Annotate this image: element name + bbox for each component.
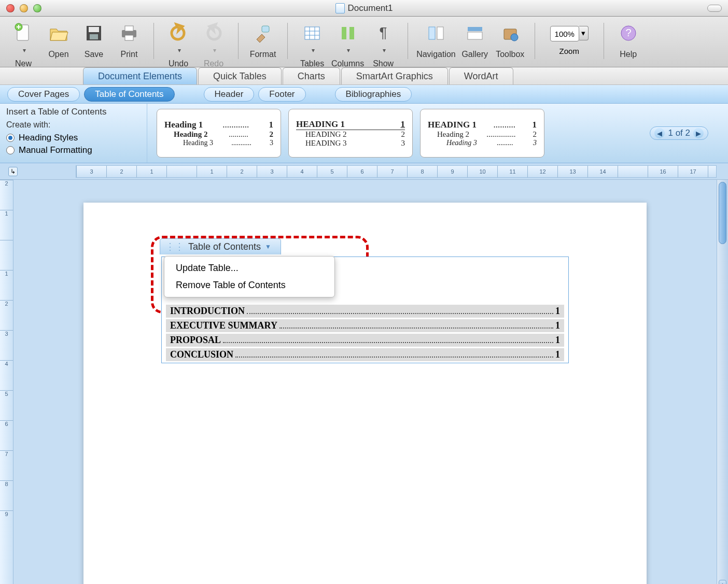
toc-entry[interactable]: EXECUTIVE SUMMARY1 xyxy=(166,319,564,332)
pill-header[interactable]: Header xyxy=(204,87,255,102)
new-button[interactable]: New xyxy=(7,21,39,68)
toc-entry[interactable]: CONCLUSION1 xyxy=(166,348,564,361)
toc-tab-label: Table of Contents xyxy=(188,241,261,252)
document-area: 21123456789 ⋮⋮ Table of Contents ▼ Updat… xyxy=(0,180,728,584)
pill-table-of-contents[interactable]: Table of Contents xyxy=(84,87,174,102)
save-button[interactable]: Save xyxy=(78,21,110,59)
horizontal-ruler-row: ↳ 3211234567891011121314161718 xyxy=(0,163,728,180)
tables-dropdown-icon[interactable] xyxy=(307,47,317,54)
svg-rect-15 xyxy=(468,27,482,31)
svg-rect-11 xyxy=(349,27,354,39)
toolbar-separator xyxy=(535,23,535,59)
tab-smartart[interactable]: SmartArt Graphics xyxy=(341,67,448,84)
window-titlebar: Document1 xyxy=(0,0,728,17)
window-title: Document1 xyxy=(0,3,728,13)
redo-dropdown-icon[interactable] xyxy=(209,47,218,54)
svg-rect-4 xyxy=(90,34,98,39)
pill-bibliographies[interactable]: Bibliographies xyxy=(335,87,412,102)
help-label: Help xyxy=(620,50,637,59)
document-title: Document1 xyxy=(348,3,393,13)
svg-rect-8 xyxy=(262,26,269,32)
svg-rect-9 xyxy=(305,27,319,39)
tab-selector-button[interactable]: ↳ xyxy=(8,167,18,176)
svg-rect-14 xyxy=(437,27,443,39)
toc-field-handle[interactable]: ⋮⋮ Table of Contents ▼ xyxy=(160,238,281,254)
tab-quick-tables[interactable]: Quick Tables xyxy=(198,67,282,84)
horizontal-ruler[interactable]: 3211234567891011121314161718 xyxy=(76,165,717,178)
columns-button[interactable]: Columns xyxy=(331,21,364,68)
gallery-button[interactable]: Gallery xyxy=(459,21,491,59)
undo-button[interactable]: Undo xyxy=(162,21,194,68)
radio-manual-formatting[interactable]: Manual Formatting xyxy=(6,145,141,155)
menu-remove-toc[interactable]: Remove Table of Contents xyxy=(164,277,334,294)
toolbox-label: Toolbox xyxy=(496,50,524,59)
gallery-panel: Insert a Table of Contents Create with: … xyxy=(0,104,728,163)
svg-text:?: ? xyxy=(625,27,631,38)
zoom-value: 100% xyxy=(555,30,575,38)
toc-dropdown-menu: Update Table... Remove Table of Contents xyxy=(164,256,335,297)
format-button[interactable]: Format xyxy=(247,21,279,59)
vertical-ruler[interactable]: 21123456789 xyxy=(0,180,13,584)
gallery-pager: ◀ 1 of 2 ▶ xyxy=(650,126,708,140)
pager-prev-icon[interactable]: ◀ xyxy=(654,128,665,138)
zoom-dropdown-icon[interactable]: ▾ xyxy=(579,26,589,40)
redo-button[interactable]: Redo xyxy=(198,21,230,68)
toc-entry[interactable]: PROPOSAL1 xyxy=(166,334,564,347)
toc-field[interactable]: ⋮⋮ Table of Contents ▼ Update Table... R… xyxy=(161,257,569,363)
tab-wordart[interactable]: WordArt xyxy=(449,67,513,84)
standard-toolbar: New Open Save Print Undo Redo Format Tab… xyxy=(0,17,728,67)
insert-toc-title: Insert a Table of Contents xyxy=(6,107,141,117)
radio-selected-icon xyxy=(6,134,15,142)
tab-charts[interactable]: Charts xyxy=(283,67,340,84)
svg-rect-6 xyxy=(125,26,133,31)
create-with-label: Create with: xyxy=(6,120,141,130)
toc-style-card[interactable]: HEADING 1..........1 Heading 2..........… xyxy=(420,109,544,158)
format-label: Format xyxy=(250,50,276,59)
tables-button[interactable]: Tables xyxy=(296,21,328,68)
zoom-input[interactable]: 100% xyxy=(550,26,579,41)
ribbon-tabs: Document Elements Quick Tables Charts Sm… xyxy=(0,67,728,85)
help-button[interactable]: ? Help xyxy=(612,21,645,59)
toc-entries: INTRODUCTION1 EXECUTIVE SUMMARY1 PROPOSA… xyxy=(162,305,568,361)
toolbar-separator xyxy=(238,23,239,59)
navigation-button[interactable]: Navigation xyxy=(416,21,456,59)
print-button[interactable]: Print xyxy=(113,21,145,59)
toolbar-separator xyxy=(153,23,154,59)
svg-rect-10 xyxy=(342,27,346,39)
zoom-label: Zoom xyxy=(559,47,579,55)
scrollbar-thumb[interactable] xyxy=(719,182,726,244)
open-button[interactable]: Open xyxy=(43,21,75,59)
open-label: Open xyxy=(48,50,68,59)
svg-rect-7 xyxy=(125,35,133,40)
radio-heading-styles[interactable]: Heading Styles xyxy=(6,133,141,143)
svg-rect-3 xyxy=(89,27,99,32)
scroll-up-icon[interactable]: ▲ xyxy=(719,580,726,584)
undo-dropdown-icon[interactable] xyxy=(174,47,183,54)
document-icon xyxy=(335,3,345,13)
show-button[interactable]: ¶ Show xyxy=(367,21,399,68)
toc-style-card[interactable]: HEADING 11 HEADING 22 HEADING 33 xyxy=(288,109,413,158)
columns-dropdown-icon[interactable] xyxy=(343,47,353,54)
document-page: ⋮⋮ Table of Contents ▼ Update Table... R… xyxy=(83,203,647,584)
toolbox-button[interactable]: Toolbox xyxy=(494,21,526,59)
new-dropdown-icon[interactable] xyxy=(19,47,28,54)
radio-unselected-icon xyxy=(6,146,15,154)
insert-toc-panel: Insert a Table of Contents Create with: … xyxy=(0,104,147,163)
document-scroll: ⋮⋮ Table of Contents ▼ Update Table... R… xyxy=(13,180,717,584)
tab-document-elements[interactable]: Document Elements xyxy=(83,67,197,84)
pill-cover-pages[interactable]: Cover Pages xyxy=(7,87,80,102)
toolbar-separator xyxy=(287,23,288,59)
pager-next-icon[interactable]: ▶ xyxy=(693,128,704,138)
toc-style-card[interactable]: Heading 1............1 Heading 2........… xyxy=(157,109,281,158)
chevron-down-icon[interactable]: ▼ xyxy=(265,243,271,250)
toc-entry[interactable]: INTRODUCTION1 xyxy=(166,305,564,318)
menu-update-table[interactable]: Update Table... xyxy=(164,260,334,277)
toc-style-cards: Heading 1............1 Heading 2........… xyxy=(147,104,728,163)
svg-rect-16 xyxy=(468,32,482,39)
svg-text:¶: ¶ xyxy=(380,24,387,40)
show-dropdown-icon[interactable] xyxy=(379,47,388,54)
pill-footer[interactable]: Footer xyxy=(258,87,305,102)
vertical-scrollbar[interactable]: ▲ ▼ ⦿ xyxy=(717,180,728,584)
subnav-pills: Cover Pages Table of Contents Header Foo… xyxy=(0,85,728,104)
gallery-label: Gallery xyxy=(461,50,488,59)
